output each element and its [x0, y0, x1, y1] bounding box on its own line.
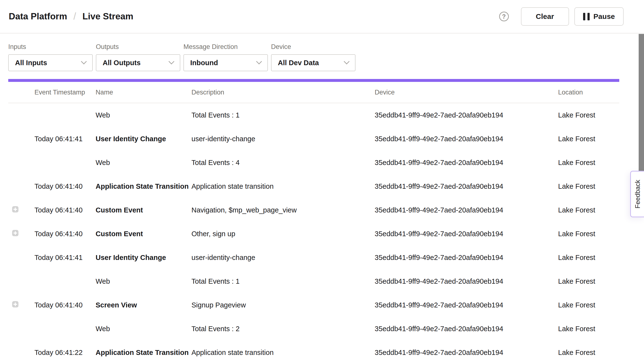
filter-label-outputs: Outputs: [96, 43, 180, 50]
pause-button[interactable]: Pause: [574, 7, 624, 26]
inputs-select-value: All Inputs: [15, 59, 47, 67]
cell-location: Lake Forest: [558, 254, 619, 262]
cell-description: Application state transition: [192, 182, 375, 190]
table-row[interactable]: Today 06:41:40 Custom Event Other, sign …: [8, 222, 619, 246]
device-select-value: All Dev Data: [278, 59, 319, 67]
cell-device: 35eddb41-9ff9-49e2-7aed-20afa90eb194: [375, 159, 558, 167]
column-header-description: Description: [192, 89, 375, 96]
cell-name: Screen View: [96, 301, 192, 309]
outputs-select-value: All Outputs: [103, 59, 140, 67]
column-header-device: Device: [375, 89, 558, 96]
filter-label-message-direction: Message Direction: [184, 43, 268, 50]
message-direction-select[interactable]: Inbound: [184, 54, 268, 71]
column-header-name: Name: [96, 89, 192, 96]
cell-description: Application state transition: [192, 349, 375, 357]
breadcrumb-item-data-platform[interactable]: Data Platform: [9, 11, 67, 21]
cell-name: Application State Transition: [96, 182, 192, 190]
clear-button[interactable]: Clear: [521, 7, 569, 26]
expand-icon[interactable]: [12, 301, 18, 307]
cell-device: 35eddb41-9ff9-49e2-7aed-20afa90eb194: [375, 182, 558, 190]
expand-icon[interactable]: [12, 206, 18, 212]
cell-name: Application State Transition: [96, 349, 192, 357]
cell-description: Navigation, $mp_web_page_view: [192, 206, 375, 214]
table-row[interactable]: Today 06:41:40 Application State Transit…: [8, 175, 619, 198]
cell-expander: [8, 325, 34, 333]
cell-device: 35eddb41-9ff9-49e2-7aed-20afa90eb194: [375, 111, 558, 119]
feedback-tab[interactable]: Feedback: [630, 171, 644, 217]
cell-expander: [8, 182, 34, 190]
pause-button-label: Pause: [594, 12, 615, 20]
filters-bar: Inputs All Inputs Outputs All Outputs Me…: [0, 33, 644, 71]
pause-icon: [583, 13, 590, 20]
cell-name: Web: [96, 111, 192, 119]
chevron-down-icon: [344, 58, 350, 64]
cell-name: User Identity Change: [96, 254, 192, 262]
cell-description: Total Events : 4: [192, 159, 375, 167]
column-header-event-timestamp: Event Timestamp: [34, 89, 96, 96]
cell-description: Total Events : 1: [192, 277, 375, 285]
cell-name: Web: [96, 325, 192, 333]
cell-location: Lake Forest: [558, 277, 619, 285]
filter-label-inputs: Inputs: [8, 43, 93, 50]
table-row[interactable]: Web Total Events : 1 35eddb41-9ff9-49e2-…: [8, 103, 619, 127]
breadcrumb: Data Platform / Live Stream: [9, 11, 133, 22]
cell-name: Web: [96, 159, 192, 167]
cell-timestamp: Today 06:41:40: [34, 206, 96, 214]
message-direction-select-value: Inbound: [190, 59, 218, 67]
cell-description: user-identity-change: [192, 254, 375, 262]
cell-location: Lake Forest: [558, 206, 619, 214]
cell-timestamp: Today 06:41:40: [34, 230, 96, 238]
cell-device: 35eddb41-9ff9-49e2-7aed-20afa90eb194: [375, 230, 558, 238]
table-row[interactable]: Web Total Events : 2 35eddb41-9ff9-49e2-…: [8, 317, 619, 341]
filter-group-message-direction: Message Direction Inbound: [184, 43, 268, 71]
cell-location: Lake Forest: [558, 301, 619, 309]
filter-group-outputs: Outputs All Outputs: [96, 43, 180, 71]
expand-icon[interactable]: [12, 230, 18, 236]
cell-description: Signup Pageview: [192, 301, 375, 309]
cell-name: User Identity Change: [96, 135, 192, 143]
filter-group-device: Device All Dev Data: [271, 43, 356, 71]
cell-expander: [8, 230, 34, 238]
table-row[interactable]: Web Total Events : 4 35eddb41-9ff9-49e2-…: [8, 151, 619, 175]
cell-expander: [8, 135, 34, 143]
header-actions: ? Clear Pause: [499, 7, 624, 26]
table-row[interactable]: Web Total Events : 1 35eddb41-9ff9-49e2-…: [8, 269, 619, 293]
cell-device: 35eddb41-9ff9-49e2-7aed-20afa90eb194: [375, 254, 558, 262]
chevron-down-icon: [256, 58, 262, 64]
cell-device: 35eddb41-9ff9-49e2-7aed-20afa90eb194: [375, 325, 558, 333]
column-header-location: Location: [558, 89, 619, 96]
help-icon[interactable]: ?: [499, 12, 509, 21]
outputs-select[interactable]: All Outputs: [96, 54, 180, 71]
inputs-select[interactable]: All Inputs: [8, 54, 93, 71]
cell-timestamp: Today 06:41:40: [34, 301, 96, 309]
table-row[interactable]: Today 06:41:40 Screen View Signup Pagevi…: [8, 293, 619, 317]
cell-location: Lake Forest: [558, 230, 619, 238]
table-row[interactable]: Today 06:41:40 Custom Event Navigation, …: [8, 198, 619, 222]
feedback-tab-label: Feedback: [634, 180, 642, 209]
filter-label-device: Device: [271, 43, 356, 50]
top-header: Data Platform / Live Stream ? Clear Paus…: [0, 0, 644, 33]
cell-expander: [8, 349, 34, 357]
events-table: Event Timestamp Name Description Device …: [8, 82, 619, 360]
scrollbar-thumb[interactable]: [639, 34, 644, 171]
table-row[interactable]: Today 06:41:41 User Identity Change user…: [8, 127, 619, 151]
cell-device: 35eddb41-9ff9-49e2-7aed-20afa90eb194: [375, 206, 558, 214]
table-row[interactable]: Today 06:41:22 Application State Transit…: [8, 341, 619, 360]
cell-expander: [8, 277, 34, 285]
cell-expander: [8, 111, 34, 119]
cell-timestamp: Today 06:41:22: [34, 349, 96, 357]
table-header-row: Event Timestamp Name Description Device …: [8, 82, 619, 103]
filter-group-inputs: Inputs All Inputs: [8, 43, 93, 71]
device-select[interactable]: All Dev Data: [271, 54, 356, 71]
breadcrumb-item-live-stream: Live Stream: [82, 11, 134, 21]
cell-description: Total Events : 2: [192, 325, 375, 333]
cell-expander: [8, 301, 34, 309]
cell-device: 35eddb41-9ff9-49e2-7aed-20afa90eb194: [375, 135, 558, 143]
cell-timestamp: Today 06:41:41: [34, 135, 96, 143]
cell-device: 35eddb41-9ff9-49e2-7aed-20afa90eb194: [375, 301, 558, 309]
cell-location: Lake Forest: [558, 349, 619, 357]
cell-location: Lake Forest: [558, 182, 619, 190]
breadcrumb-separator: /: [74, 11, 76, 22]
table-row[interactable]: Today 06:41:41 User Identity Change user…: [8, 246, 619, 269]
cell-name: Custom Event: [96, 230, 192, 238]
